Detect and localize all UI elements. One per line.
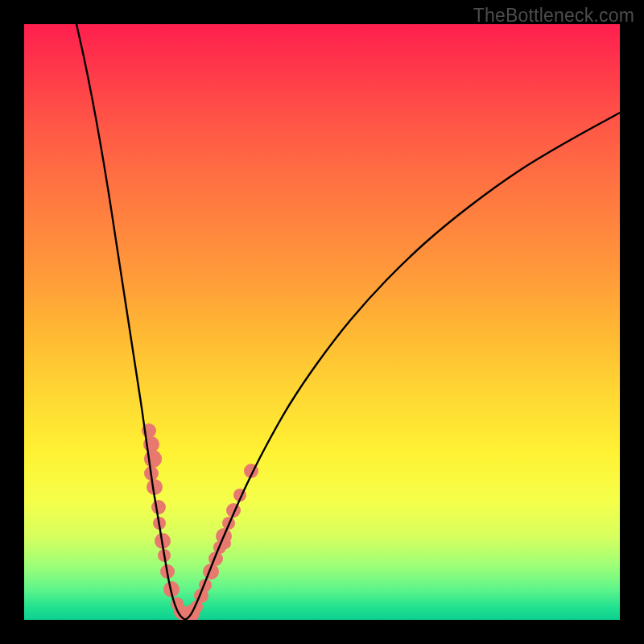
data-point	[151, 500, 166, 514]
curve-right-arm	[185, 113, 620, 620]
plot-area	[24, 24, 620, 620]
chart-svg	[24, 24, 620, 620]
data-point	[144, 450, 162, 468]
chart-frame: TheBottleneck.com	[0, 0, 644, 644]
watermark-text: TheBottleneck.com	[473, 5, 634, 27]
curve-left-arm	[76, 24, 185, 620]
